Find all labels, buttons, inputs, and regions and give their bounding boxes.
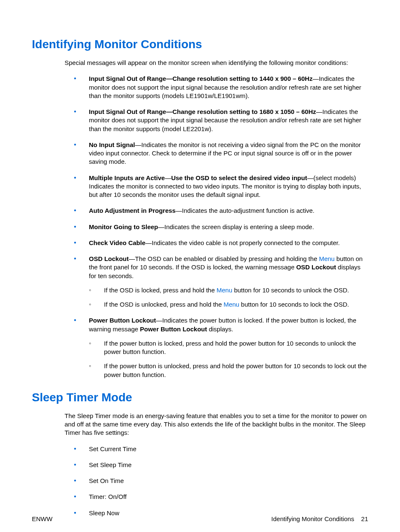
menu-link[interactable]: Menu [216, 287, 232, 294]
page-number: 21 [361, 515, 368, 522]
item-text: displays. [207, 325, 234, 333]
item-bold: Input Signal Out of Range—Change resolut… [89, 75, 312, 82]
list-item: Set Current Time [74, 445, 368, 453]
menu-link[interactable]: Menu [223, 301, 239, 308]
list-item: Set On Time [74, 477, 368, 485]
item-text: —Indicates the screen display is enterin… [158, 223, 314, 230]
item-bold: OSD Lockout [89, 255, 129, 262]
item-bold: Check Video Cable [89, 239, 145, 246]
page-footer: ENWW Identifying Monitor Conditions 21 [32, 515, 368, 522]
item-bold: No Input Signal [89, 141, 135, 148]
section2-intro: The Sleep Timer mode is an energy-saving… [65, 412, 368, 437]
section-heading-identifying: Identifying Monitor Conditions [32, 38, 368, 51]
item-bold: Use the OSD to select the desired video … [171, 174, 307, 181]
section1-intro: Special messages will appear on the moni… [65, 59, 368, 67]
item-bold: Monitor Going to Sleep [89, 223, 158, 230]
list-item: Set Sleep Time [74, 461, 368, 469]
list-item: Monitor Going to Sleep—Indicates the scr… [74, 223, 368, 231]
list-item: Input Signal Out of Range—Change resolut… [74, 75, 368, 100]
section-heading-sleep-timer: Sleep Timer Mode [32, 391, 368, 404]
sub-list-item: If the power button is unlocked, press a… [89, 362, 368, 379]
sub-list-item: If the power button is locked, press and… [89, 339, 368, 356]
list-item: Auto Adjustment in Progress—Indicates th… [74, 207, 368, 215]
sub-list-item: If the OSD is locked, press and hold the… [89, 286, 368, 294]
list-item: Multiple Inputs are Active—Use the OSD t… [74, 174, 368, 199]
item-dash: — [165, 174, 171, 181]
sub-list: If the power button is locked, press and… [89, 339, 368, 379]
footer-section-label: Identifying Monitor Conditions [271, 515, 354, 522]
list-item: Input Signal Out of Range—Change resolut… [74, 108, 368, 133]
item-bold: Multiple Inputs are Active [89, 174, 165, 181]
item-text: button for 10 seconds to lock the OSD. [239, 301, 349, 308]
sub-list-item: If the OSD is unlocked, press and hold t… [89, 300, 368, 309]
footer-right: Identifying Monitor Conditions 21 [271, 515, 368, 522]
sub-list: If the OSD is locked, press and hold the… [89, 286, 368, 309]
menu-link[interactable]: Menu [319, 255, 335, 262]
item-bold: OSD Lockout [296, 263, 336, 271]
list-item: OSD Lockout—The OSD can be enabled or di… [74, 255, 368, 309]
list-item: No Input Signal—Indicates the monitor is… [74, 141, 368, 166]
list-item: Power Button Lockout—Indicates the power… [74, 316, 368, 379]
settings-list: Set Current Time Set Sleep Time Set On T… [74, 445, 368, 517]
item-bold: Power Button Lockout [140, 325, 207, 333]
conditions-list: Input Signal Out of Range—Change resolut… [74, 75, 368, 379]
item-text: If the OSD is unlocked, press and hold t… [104, 301, 223, 308]
list-item: Check Video Cable—Indicates the video ca… [74, 239, 368, 247]
item-text: button for 10 seconds to unlock the OSD. [232, 287, 349, 294]
item-text: —Indicates the auto-adjustment function … [176, 207, 314, 214]
item-bold: Auto Adjustment in Progress [89, 207, 176, 214]
list-item: Timer: On/Off [74, 493, 368, 501]
item-text: —The OSD can be enabled or disabled by p… [129, 255, 319, 262]
item-text: If the OSD is locked, press and hold the [104, 287, 216, 294]
footer-left: ENWW [32, 515, 52, 522]
item-bold: Power Button Lockout [89, 317, 156, 324]
item-text: —Indicates the video cable is not proper… [145, 239, 340, 246]
item-bold: Input Signal Out of Range—Change resolut… [89, 108, 316, 115]
